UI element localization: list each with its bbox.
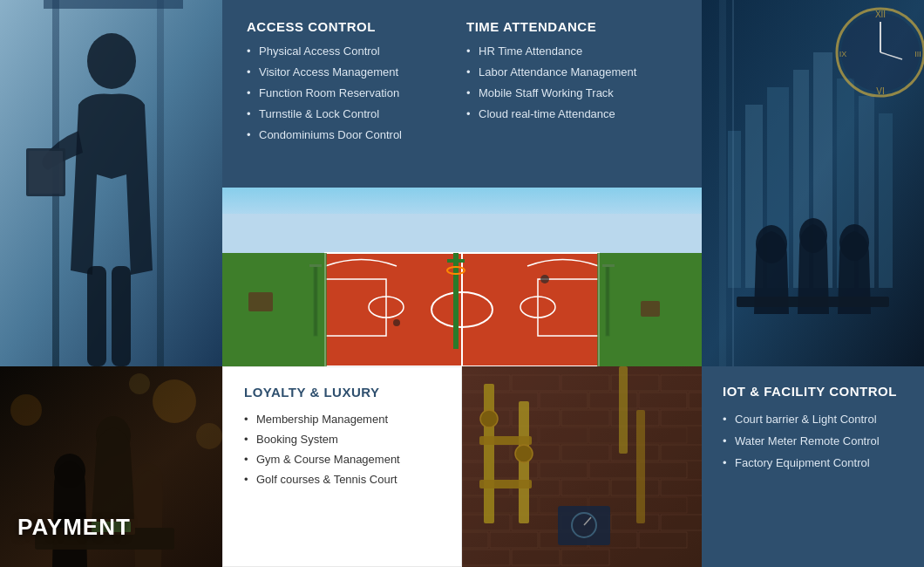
svg-rect-49 bbox=[737, 297, 889, 307]
svg-point-62 bbox=[10, 394, 42, 426]
list-item: HR Time Attendance bbox=[466, 44, 677, 59]
office-image-cell: XII III VI IX bbox=[702, 0, 924, 366]
svg-point-61 bbox=[129, 373, 150, 394]
list-item: Golf courses & Tennis Court bbox=[244, 473, 440, 486]
time-attendance-list: HR Time Attendance Labor Attendance Mana… bbox=[466, 44, 677, 122]
court-image-cell bbox=[222, 188, 702, 366]
svg-rect-31 bbox=[248, 292, 273, 311]
person-silhouette bbox=[0, 0, 222, 366]
svg-rect-29 bbox=[222, 253, 327, 366]
svg-text:IX: IX bbox=[839, 50, 847, 58]
iot-heading: IOT & FACILITY CONTROL bbox=[723, 384, 903, 400]
svg-rect-2 bbox=[157, 0, 164, 366]
info-panels: ACCESS CONTROL Physical Access Control V… bbox=[222, 0, 702, 188]
svg-rect-135 bbox=[462, 366, 702, 567]
list-item: Labor Attendance Management bbox=[466, 65, 677, 80]
list-item: Condominiums Door Control bbox=[247, 128, 458, 143]
svg-point-4 bbox=[87, 33, 136, 89]
svg-text:VI: VI bbox=[876, 86, 884, 96]
loyalty-panel: LOYALTY & LUXURY Membership Management B… bbox=[222, 366, 462, 567]
iot-facility-panel: IOT & FACILITY CONTROL Court barrier & L… bbox=[702, 366, 924, 567]
svg-point-33 bbox=[540, 275, 549, 284]
list-item: Visitor Access Management bbox=[247, 65, 458, 80]
pipe-background bbox=[462, 366, 702, 567]
access-control-heading: ACCESS CONTROL bbox=[247, 19, 458, 34]
access-control-list: Physical Access Control Visitor Access M… bbox=[247, 44, 458, 142]
list-item: Court barrier & Light Control bbox=[723, 413, 903, 427]
main-grid: ACCESS CONTROL Physical Access Control V… bbox=[0, 0, 924, 567]
svg-rect-36 bbox=[728, 131, 741, 288]
office-background: XII III VI IX bbox=[702, 0, 924, 366]
list-item: Factory Equipment Control bbox=[723, 456, 903, 471]
svg-rect-7 bbox=[87, 266, 106, 366]
svg-rect-27 bbox=[447, 259, 465, 263]
svg-text:III: III bbox=[914, 50, 921, 58]
office-svg: XII III VI IX bbox=[702, 0, 924, 366]
svg-point-59 bbox=[153, 379, 196, 423]
list-item: Turnstile & Lock Control bbox=[247, 107, 458, 122]
svg-rect-43 bbox=[879, 113, 893, 288]
person-background bbox=[0, 0, 222, 366]
payment-image-cell: PAYMENT bbox=[0, 366, 222, 567]
time-attendance-heading: TIME ATTENDANCE bbox=[466, 19, 677, 34]
svg-rect-3 bbox=[44, 0, 183, 9]
list-item: Function Room Reservation bbox=[247, 86, 458, 101]
svg-rect-45 bbox=[732, 0, 734, 366]
svg-point-60 bbox=[196, 423, 222, 449]
person-image-cell bbox=[0, 0, 222, 366]
court-svg bbox=[222, 188, 702, 366]
bottom-center-cell: LOYALTY & LUXURY Membership Management B… bbox=[222, 366, 702, 567]
list-item: Membership Management bbox=[244, 413, 440, 426]
pipe-svg bbox=[462, 366, 702, 567]
list-item: Physical Access Control bbox=[247, 44, 458, 59]
list-item: Booking System bbox=[244, 433, 440, 446]
svg-text:XII: XII bbox=[875, 10, 886, 19]
svg-rect-8 bbox=[112, 266, 131, 366]
list-item: Cloud real-time Attendance bbox=[466, 107, 677, 122]
payment-label: PAYMENT bbox=[17, 514, 131, 541]
svg-rect-32 bbox=[641, 301, 660, 317]
iot-list: Court barrier & Light Control Water Mete… bbox=[723, 413, 903, 471]
time-attendance-panel: TIME ATTENDANCE HR Time Attendance Labor… bbox=[466, 19, 677, 172]
svg-point-34 bbox=[393, 319, 400, 326]
pipe-image-cell bbox=[462, 366, 702, 567]
loyalty-list: Membership Management Booking System Gym… bbox=[244, 413, 440, 486]
svg-rect-6 bbox=[29, 151, 63, 194]
list-item: Mobile Staff Working Track bbox=[466, 86, 677, 101]
loyalty-heading: LOYALTY & LUXURY bbox=[244, 385, 440, 400]
top-center-cell: ACCESS CONTROL Physical Access Control V… bbox=[222, 0, 702, 366]
list-item: Gym & Course Management bbox=[244, 453, 440, 466]
svg-rect-44 bbox=[719, 0, 726, 366]
list-item: Water Meter Remote Control bbox=[723, 434, 903, 449]
access-control-panel: ACCESS CONTROL Physical Access Control V… bbox=[247, 19, 458, 172]
